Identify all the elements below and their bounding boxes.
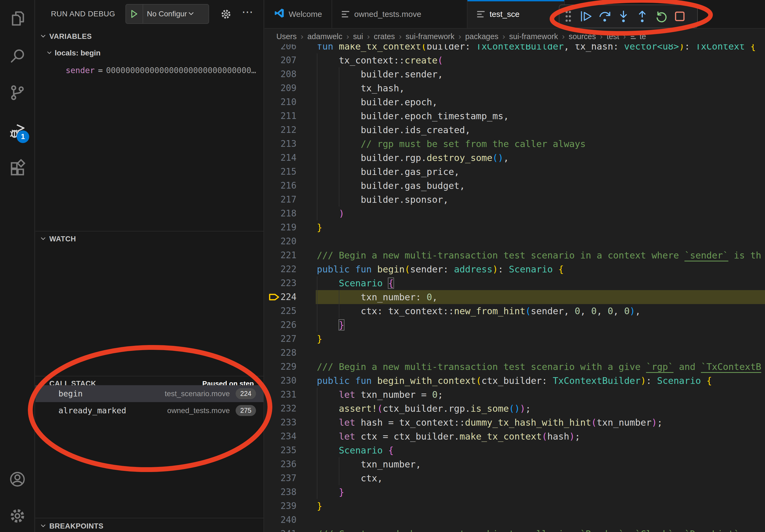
extensions-icon[interactable] xyxy=(9,159,26,176)
start-debug-icon[interactable] xyxy=(126,5,143,23)
code-line-236[interactable]: 236 txn_number, xyxy=(265,457,765,471)
code-line-211[interactable]: 211 builder.epoch_timestamp_ms, xyxy=(265,109,765,123)
code-line-221[interactable]: 221/// Begin a new multi-transaction tes… xyxy=(265,248,765,262)
code-line-232[interactable]: 232 assert!(ctx_builder.rgp.is_some()); xyxy=(265,401,765,415)
breadcrumb-item[interactable]: crates xyxy=(374,32,395,41)
line-number[interactable]: 212 xyxy=(265,123,297,137)
code-editor[interactable]: 206fun make_tx_context(builder: TxContex… xyxy=(265,44,765,532)
line-number[interactable]: 228 xyxy=(265,346,297,360)
line-number[interactable]: 210 xyxy=(265,95,297,109)
code-line-231[interactable]: 231 let txn_number = 0; xyxy=(265,388,765,401)
breadcrumb-item[interactable]: sources xyxy=(569,32,596,41)
restart-button[interactable] xyxy=(652,8,670,24)
line-number[interactable]: 233 xyxy=(265,415,297,429)
code-line-234[interactable]: 234 let ctx = ctx_builder.make_tx_contex… xyxy=(265,429,765,443)
account-icon[interactable] xyxy=(9,471,26,488)
continue-button[interactable] xyxy=(576,8,595,24)
line-number[interactable]: 206 xyxy=(265,44,297,53)
line-number[interactable]: 240 xyxy=(265,513,297,527)
code-line-216[interactable]: 216 builder.gas_budget, xyxy=(265,179,765,193)
line-number[interactable]: 217 xyxy=(265,193,297,206)
search-icon[interactable] xyxy=(9,47,26,65)
breadcrumb-item[interactable]: te xyxy=(630,32,646,41)
tab-owned-tests[interactable]: owned_tests.move xyxy=(332,0,467,28)
code-line-208[interactable]: 208 builder.sender, xyxy=(265,67,765,81)
code-line-206[interactable]: 206fun make_tx_context(builder: TxContex… xyxy=(265,44,765,53)
code-line-237[interactable]: 237 ctx, xyxy=(265,471,765,485)
breadcrumb-item[interactable]: adamwelc xyxy=(308,32,343,41)
line-number[interactable]: 218 xyxy=(265,206,297,220)
code-line-233[interactable]: 233 let hash = tx_context::dummy_tx_hash… xyxy=(265,415,765,429)
debug-configuration-dropdown[interactable]: No Configur xyxy=(125,4,209,24)
line-number[interactable]: 227 xyxy=(265,332,297,346)
code-line-228[interactable]: 228 xyxy=(265,346,765,360)
line-number[interactable]: 226 xyxy=(265,318,297,332)
code-line-212[interactable]: 212 builder.ids_created, xyxy=(265,123,765,137)
line-number[interactable]: 215 xyxy=(265,165,297,179)
breadcrumb-item[interactable]: packages xyxy=(465,32,498,41)
step-into-button[interactable] xyxy=(614,8,633,24)
code-line-230[interactable]: 230public fun begin_with_context(ctx_bui… xyxy=(265,374,765,388)
line-number[interactable]: 216 xyxy=(265,179,297,193)
code-line-229[interactable]: 229/// Begin a new multi-transaction tes… xyxy=(265,360,765,374)
call-stack-frame-begin[interactable]: begintest_scenario.move224 xyxy=(35,385,264,402)
code-line-207[interactable]: 207 tx_context::create( xyxy=(265,53,765,67)
variables-scope-row[interactable]: locals: begin xyxy=(46,46,101,60)
call-stack-frame-already_marked[interactable]: already_markedowned_tests.move275 xyxy=(35,402,264,419)
code-line-226[interactable]: 226 } xyxy=(265,318,765,332)
line-number[interactable]: 234 xyxy=(265,429,297,443)
step-over-button[interactable] xyxy=(595,8,614,24)
line-number[interactable]: 213 xyxy=(265,137,297,151)
code-line-225[interactable]: 225 ctx: tx_context::new_from_hint(sende… xyxy=(265,304,765,318)
line-number[interactable]: 235 xyxy=(265,443,297,457)
code-line-240[interactable]: 240 xyxy=(265,513,765,527)
breakpoints-section-header[interactable]: BREAKPOINTS xyxy=(35,519,264,532)
variables-section-header[interactable]: VARIABLES xyxy=(35,30,264,43)
source-control-icon[interactable] xyxy=(9,84,26,101)
code-line-218[interactable]: 218 ) xyxy=(265,206,765,220)
line-number[interactable]: 219 xyxy=(265,220,297,234)
line-number[interactable]: 239 xyxy=(265,499,297,513)
code-line-210[interactable]: 210 builder.epoch, xyxy=(265,95,765,109)
explorer-icon[interactable] xyxy=(9,10,26,27)
line-number[interactable]: 221 xyxy=(265,248,297,262)
breadcrumb-item[interactable]: Users xyxy=(276,32,297,41)
line-number[interactable]: 238 xyxy=(265,485,297,499)
line-number[interactable]: 220 xyxy=(265,234,297,248)
code-line-235[interactable]: 235 Scenario { xyxy=(265,443,765,457)
code-line-209[interactable]: 209 tx_hash, xyxy=(265,81,765,95)
breadcrumb-item[interactable]: sui xyxy=(353,32,363,41)
line-number[interactable]: 241 xyxy=(265,527,297,532)
tab-test-scenario[interactable]: test_sce xyxy=(467,0,565,28)
code-line-219[interactable]: 219} xyxy=(265,220,765,234)
variable-row-sender[interactable]: sender = 000000000000000000000000000000… xyxy=(66,63,261,77)
code-line-215[interactable]: 215 builder.gas_price, xyxy=(265,165,765,179)
drag-handle-icon[interactable] xyxy=(564,9,573,23)
line-number[interactable]: 231 xyxy=(265,388,297,401)
step-out-button[interactable] xyxy=(633,8,652,24)
line-number[interactable]: 229 xyxy=(265,360,297,374)
breadcrumb-item[interactable]: test xyxy=(607,32,619,41)
code-line-214[interactable]: 214 builder.rgp.destroy_some(), xyxy=(265,151,765,165)
more-actions-icon[interactable]: ⋯ xyxy=(242,5,253,19)
code-line-217[interactable]: 217 builder.sponsor, xyxy=(265,193,765,206)
tab-welcome[interactable]: Welcome xyxy=(265,0,332,28)
code-line-239[interactable]: 239} xyxy=(265,499,765,513)
code-line-241[interactable]: 241/// Creates and shares system objects… xyxy=(265,527,765,532)
code-line-223[interactable]: 223 Scenario { xyxy=(265,276,765,290)
line-number[interactable]: 237 xyxy=(265,471,297,485)
settings-gear-icon[interactable] xyxy=(9,507,26,524)
code-line-238[interactable]: 238 } xyxy=(265,485,765,499)
breadcrumb-item[interactable]: sui-framework xyxy=(405,32,454,41)
line-number[interactable]: 214 xyxy=(265,151,297,165)
code-line-224[interactable]: 224 txn_number: 0, xyxy=(265,290,765,304)
line-number[interactable]: 209 xyxy=(265,81,297,95)
line-number[interactable]: 236 xyxy=(265,457,297,471)
line-number[interactable]: 211 xyxy=(265,109,297,123)
line-number[interactable]: 222 xyxy=(265,262,297,276)
stop-button[interactable] xyxy=(670,8,689,24)
code-line-227[interactable]: 227} xyxy=(265,332,765,346)
line-number[interactable]: 230 xyxy=(265,374,297,388)
line-number[interactable]: 207 xyxy=(265,53,297,67)
breadcrumb-item[interactable]: sui-framework xyxy=(509,32,558,41)
